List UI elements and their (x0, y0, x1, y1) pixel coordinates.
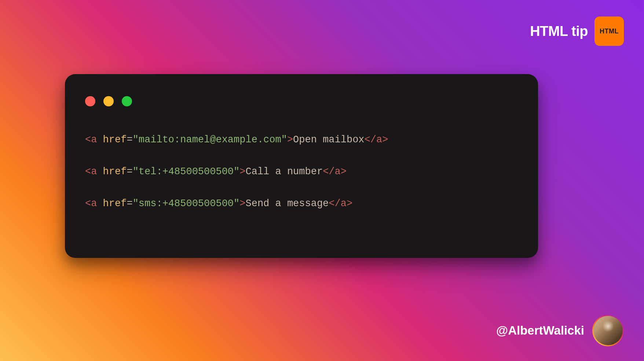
code-line: <a href="sms:+48500500500">Send a messag… (85, 196, 518, 212)
html-badge-text: HTML (600, 28, 619, 35)
header: HTML tip HTML (530, 17, 624, 46)
author-handle: @AlbertWalicki (496, 324, 584, 338)
html-badge-icon: HTML (594, 17, 624, 46)
header-title: HTML tip (530, 23, 588, 39)
minimize-icon (103, 96, 114, 106)
avatar-image (593, 316, 623, 345)
footer: @AlbertWalicki (496, 315, 624, 346)
traffic-lights (85, 96, 518, 106)
code-content: <a href="mailto:namel@example.com">Open … (85, 132, 518, 212)
code-line: <a href="tel:+48500500500">Call a number… (85, 164, 518, 180)
code-line: <a href="mailto:namel@example.com">Open … (85, 132, 518, 148)
avatar (592, 315, 624, 346)
close-icon (85, 96, 95, 106)
maximize-icon (122, 96, 132, 106)
code-window: <a href="mailto:namel@example.com">Open … (65, 74, 538, 258)
